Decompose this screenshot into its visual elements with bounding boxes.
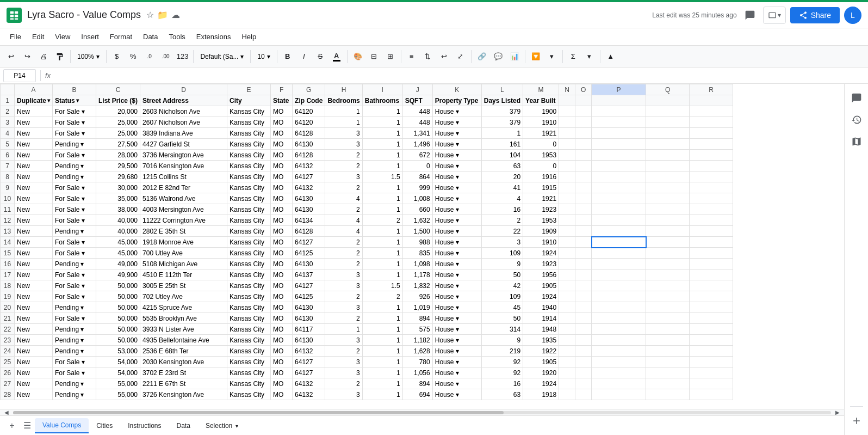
cell-city[interactable]: Kansas City xyxy=(227,378,271,389)
cell-year-built[interactable]: 1935 xyxy=(523,335,559,346)
cell-N[interactable] xyxy=(559,161,575,171)
tab-data[interactable]: Data xyxy=(169,419,198,433)
cell-days-listed[interactable]: 92 xyxy=(481,367,523,378)
cell-bathrooms[interactable]: 1 xyxy=(362,237,402,248)
cell-year-built[interactable]: 1921 xyxy=(523,128,559,139)
cell-address[interactable]: 4427 Garfield St xyxy=(140,139,227,150)
cell-sqft[interactable]: 988 xyxy=(402,237,432,248)
cell-N[interactable] xyxy=(559,139,575,150)
cell-bathrooms[interactable]: 1 xyxy=(362,161,402,171)
row-header-1[interactable]: 1 xyxy=(1,95,15,106)
cell-year-built[interactable]: 1924 xyxy=(523,248,559,259)
cell-bedrooms[interactable]: 1 xyxy=(325,106,362,117)
cell-bedrooms[interactable]: 3 xyxy=(325,139,362,150)
cell-N[interactable] xyxy=(559,204,575,215)
cell-year-built[interactable]: 1914 xyxy=(523,313,559,324)
cell-city[interactable]: Kansas City xyxy=(227,204,271,215)
cell-duplicate[interactable]: New xyxy=(15,161,53,171)
print-button[interactable]: 🖨 xyxy=(36,49,51,64)
cell-R[interactable] xyxy=(690,204,733,215)
cell-days-listed[interactable]: 314 xyxy=(481,324,523,335)
cell-property-type[interactable]: House ▾ xyxy=(432,182,481,193)
cell-city[interactable]: Kansas City xyxy=(227,171,271,182)
cell-Q[interactable] xyxy=(646,193,690,204)
text-color-button[interactable]: A xyxy=(329,49,344,64)
cell-Q[interactable] xyxy=(646,215,690,226)
cell-address[interactable]: 7016 Kensington Ave xyxy=(140,161,227,171)
sidebar-plus-icon[interactable] xyxy=(847,411,866,431)
cell-bedrooms[interactable]: 2 xyxy=(325,150,362,161)
cell-year-built[interactable]: 1905 xyxy=(523,357,559,367)
cell-year-built[interactable]: 0 xyxy=(523,139,559,150)
col-header-L[interactable]: L xyxy=(481,84,523,95)
valign-button[interactable]: ⇅ xyxy=(420,49,436,64)
cell-O[interactable] xyxy=(575,106,592,117)
cell-zip[interactable]: 64128 xyxy=(293,150,325,161)
cell-property-type[interactable]: House ▾ xyxy=(432,367,481,378)
cell-Q[interactable] xyxy=(646,313,690,324)
cell-Q[interactable] xyxy=(646,357,690,367)
cell-year-built[interactable]: 1923 xyxy=(523,259,559,269)
function-button[interactable]: Σ xyxy=(566,49,581,64)
cell-bedrooms[interactable]: 3 xyxy=(325,367,362,378)
cell-state[interactable]: MO xyxy=(271,324,293,335)
cell-state[interactable]: MO xyxy=(271,367,293,378)
cell-zip[interactable]: 64120 xyxy=(293,106,325,117)
cell-status[interactable]: Pending ▾ xyxy=(53,171,96,182)
decrease-decimal-button[interactable]: .0 xyxy=(142,49,157,64)
cell-sqft[interactable]: 894 xyxy=(402,313,432,324)
cell-duplicate[interactable]: New xyxy=(15,193,53,204)
cell-P[interactable] xyxy=(592,182,646,193)
cell-Q[interactable] xyxy=(646,237,690,248)
row-header-22[interactable]: 22 xyxy=(1,324,15,335)
header-B[interactable]: Status ▾ xyxy=(53,95,96,106)
cell-N[interactable] xyxy=(559,313,575,324)
cell-status[interactable]: For Sale ▾ xyxy=(53,269,96,280)
cell-N[interactable] xyxy=(559,237,575,248)
add-sheet-button[interactable]: + xyxy=(4,418,20,433)
cell-N[interactable] xyxy=(559,389,575,400)
cell-N[interactable] xyxy=(559,378,575,389)
cell-days-listed[interactable]: 20 xyxy=(481,171,523,182)
row-header-15[interactable]: 15 xyxy=(1,248,15,259)
font-selector[interactable]: Default (Sa... ▾ xyxy=(196,50,247,64)
cell-O[interactable] xyxy=(575,313,592,324)
cell-zip[interactable]: 64132 xyxy=(293,182,325,193)
cell-sqft[interactable]: 1,632 xyxy=(402,215,432,226)
cell-year-built[interactable]: 1953 xyxy=(523,150,559,161)
cell-duplicate[interactable]: New xyxy=(15,367,53,378)
cell-days-listed[interactable]: 9 xyxy=(481,259,523,269)
cell-N[interactable] xyxy=(559,248,575,259)
cell-duplicate[interactable]: New xyxy=(15,346,53,357)
cell-bathrooms[interactable]: 1 xyxy=(362,248,402,259)
cell-zip[interactable]: 64127 xyxy=(293,357,325,367)
cell-status[interactable]: For Sale ▾ xyxy=(53,117,96,128)
paint-format-button[interactable] xyxy=(52,49,67,64)
meeting-button[interactable]: ▾ xyxy=(763,7,786,24)
cell-year-built[interactable]: 1916 xyxy=(523,171,559,182)
cell-price[interactable]: 54,000 xyxy=(96,357,140,367)
cell-address[interactable]: 2030 Kensington Ave xyxy=(140,357,227,367)
borders-button[interactable]: ⊟ xyxy=(367,49,382,64)
cell-status[interactable]: For Sale ▾ xyxy=(53,280,96,291)
cell-days-listed[interactable]: 4 xyxy=(481,193,523,204)
cell-status[interactable]: For Sale ▾ xyxy=(53,367,96,378)
cell-city[interactable]: Kansas City xyxy=(227,357,271,367)
cell-status[interactable]: For Sale ▾ xyxy=(53,106,96,117)
cell-bedrooms[interactable]: 3 xyxy=(325,357,362,367)
cell-P[interactable] xyxy=(592,117,646,128)
cell-O[interactable] xyxy=(575,139,592,150)
cell-Q[interactable] xyxy=(646,389,690,400)
cell-O[interactable] xyxy=(575,269,592,280)
cell-bedrooms[interactable]: 2 xyxy=(325,259,362,269)
sidebar-chat-icon[interactable] xyxy=(847,88,866,108)
cell-status[interactable]: Pending ▾ xyxy=(53,389,96,400)
cell-bathrooms[interactable]: 1 xyxy=(362,313,402,324)
cell-state[interactable]: MO xyxy=(271,357,293,367)
cell-address[interactable]: 5108 Michigan Ave xyxy=(140,259,227,269)
cell-status[interactable]: Pending ▾ xyxy=(53,161,96,171)
cell-duplicate[interactable]: New xyxy=(15,106,53,117)
cell-price[interactable]: 29,680 xyxy=(96,171,140,182)
cell-sqft[interactable]: 1,496 xyxy=(402,139,432,150)
cell-state[interactable]: MO xyxy=(271,313,293,324)
